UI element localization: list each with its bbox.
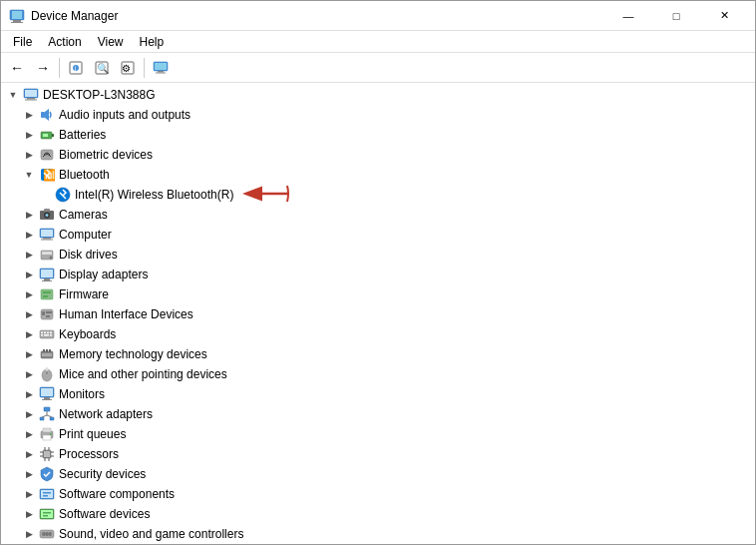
app-icon — [9, 8, 25, 24]
print-icon — [39, 426, 55, 442]
biometric-item[interactable]: ▶ Biometric devices — [1, 145, 755, 165]
sound-item[interactable]: ▶ Sound, video and game controllers — [1, 524, 755, 544]
menu-view[interactable]: View — [90, 33, 132, 51]
firmware-item[interactable]: ▶ Firmware — [1, 284, 755, 304]
monitors-label: Monitors — [59, 387, 105, 401]
svg-rect-61 — [49, 349, 51, 352]
svg-rect-101 — [46, 532, 48, 536]
expand-security[interactable]: ▶ — [21, 466, 37, 482]
svg-text:🔍: 🔍 — [97, 62, 109, 75]
mice-label: Mice and other pointing devices — [59, 367, 227, 381]
monitors-icon — [39, 386, 55, 402]
monitors-item[interactable]: ▶ Monitors — [1, 384, 755, 404]
batteries-label: Batteries — [59, 128, 106, 142]
expand-disk[interactable]: ▶ — [21, 247, 37, 263]
computer-label: DESKTOP-L3N388G — [43, 88, 156, 102]
mice-icon — [39, 366, 55, 382]
menu-help[interactable]: Help — [132, 33, 173, 51]
hid-item[interactable]: ▶ Human Interface Devices — [1, 304, 755, 324]
expand-memory[interactable]: ▶ — [21, 346, 37, 362]
expand-sw-components[interactable]: ▶ — [21, 486, 37, 502]
intel-bluetooth-item[interactable]: ▶ Intel(R) Wireless Bluetooth(R) — [1, 185, 755, 205]
svg-point-30 — [46, 214, 49, 217]
toolbar-separator-2 — [144, 58, 145, 78]
svg-rect-44 — [43, 291, 51, 293]
bluetooth-item[interactable]: ▼ 📶 Bluetooth — [1, 165, 755, 185]
svg-line-74 — [42, 415, 47, 417]
batteries-item[interactable]: ▶ Batteries — [1, 125, 755, 145]
mice-item[interactable]: ▶ Mice and other pointing devices — [1, 364, 755, 384]
network-icon — [39, 406, 55, 422]
expand-print[interactable]: ▶ — [21, 426, 37, 442]
network-label: Network adapters — [59, 407, 153, 421]
properties-button[interactable]: i — [64, 56, 88, 80]
svg-point-79 — [50, 433, 52, 435]
expand-audio[interactable]: ▶ — [21, 107, 37, 123]
cameras-item[interactable]: ▶ Cameras — [1, 205, 755, 225]
svg-rect-33 — [43, 238, 51, 240]
svg-rect-22 — [43, 134, 48, 137]
svg-rect-67 — [44, 397, 50, 399]
close-button[interactable]: ✕ — [701, 1, 747, 31]
software-devices-item[interactable]: ▶ Software devices — [1, 504, 755, 524]
back-button[interactable]: ← — [5, 56, 29, 80]
svg-rect-57 — [50, 334, 52, 336]
monitor-button[interactable] — [149, 56, 173, 80]
network-item[interactable]: ▶ Network adapters — [1, 404, 755, 424]
expand-cameras[interactable]: ▶ — [21, 207, 37, 223]
tree-content[interactable]: ▼ DESKTOP-L3N388G ▶ Audio — [1, 83, 755, 544]
firmware-icon — [39, 286, 55, 302]
svg-rect-34 — [41, 240, 53, 241]
menu-file[interactable]: File — [5, 33, 40, 51]
expand-firmware[interactable]: ▶ — [21, 286, 37, 302]
keyboards-icon — [39, 326, 55, 342]
update-driver-button[interactable]: ⚙ — [116, 56, 140, 80]
software-components-item[interactable]: ▶ Software components — [1, 484, 755, 504]
svg-line-75 — [47, 415, 52, 417]
disk-drives-item[interactable]: ▶ Disk drives — [1, 245, 755, 265]
expand-biometric[interactable]: ▶ — [21, 147, 37, 163]
svg-rect-95 — [41, 510, 53, 518]
audio-item[interactable]: ▶ Audio inputs and outputs — [1, 105, 755, 125]
expand-computer-cat[interactable]: ▶ — [21, 227, 37, 243]
maximize-button[interactable]: □ — [653, 1, 699, 31]
expand-hid[interactable]: ▶ — [21, 306, 37, 322]
expand-sw-devices[interactable]: ▶ — [21, 506, 37, 522]
hid-label: Human Interface Devices — [59, 307, 193, 321]
biometric-label: Biometric devices — [59, 148, 153, 162]
display-adapters-item[interactable]: ▶ Display adapters — [1, 265, 755, 284]
annotation-arrow — [239, 182, 289, 209]
toolbar-separator-1 — [59, 58, 60, 78]
svg-rect-96 — [43, 512, 51, 514]
memory-item[interactable]: ▶ Memory technology devices — [1, 344, 755, 364]
bluetooth-label: Bluetooth — [59, 168, 110, 182]
forward-button[interactable]: → — [31, 56, 55, 80]
svg-rect-70 — [44, 407, 50, 411]
svg-rect-18 — [25, 90, 37, 97]
minimize-button[interactable]: — — [605, 1, 651, 31]
expand-keyboards[interactable]: ▶ — [21, 326, 37, 342]
menu-action[interactable]: Action — [40, 33, 89, 51]
print-queues-item[interactable]: ▶ Print queues — [1, 424, 755, 444]
tree-root[interactable]: ▼ DESKTOP-L3N388G — [1, 85, 755, 105]
expand-mice[interactable]: ▶ — [21, 366, 37, 382]
expand-batteries[interactable]: ▶ — [21, 127, 37, 143]
expand-network[interactable]: ▶ — [21, 406, 37, 422]
expand-root[interactable]: ▼ — [5, 87, 21, 103]
expand-processors[interactable]: ▶ — [21, 446, 37, 462]
processors-item[interactable]: ▶ Processors — [1, 444, 755, 464]
svg-point-100 — [48, 532, 52, 536]
security-item[interactable]: ▶ Security devices — [1, 464, 755, 484]
device-manager-window: Device Manager — □ ✕ File Action View He… — [0, 0, 756, 545]
keyboards-item[interactable]: ▶ Keyboards — [1, 324, 755, 344]
svg-rect-2 — [11, 22, 23, 23]
svg-rect-92 — [43, 492, 51, 494]
computer-category-item[interactable]: ▶ Computer — [1, 225, 755, 245]
scan-button[interactable]: 🔍 — [90, 56, 114, 80]
expand-bluetooth[interactable]: ▼ — [21, 167, 37, 183]
expand-monitors[interactable]: ▶ — [21, 386, 37, 402]
svg-rect-41 — [42, 280, 52, 281]
svg-rect-37 — [42, 252, 52, 255]
expand-display[interactable]: ▶ — [21, 267, 37, 282]
expand-sound[interactable]: ▶ — [21, 526, 37, 542]
